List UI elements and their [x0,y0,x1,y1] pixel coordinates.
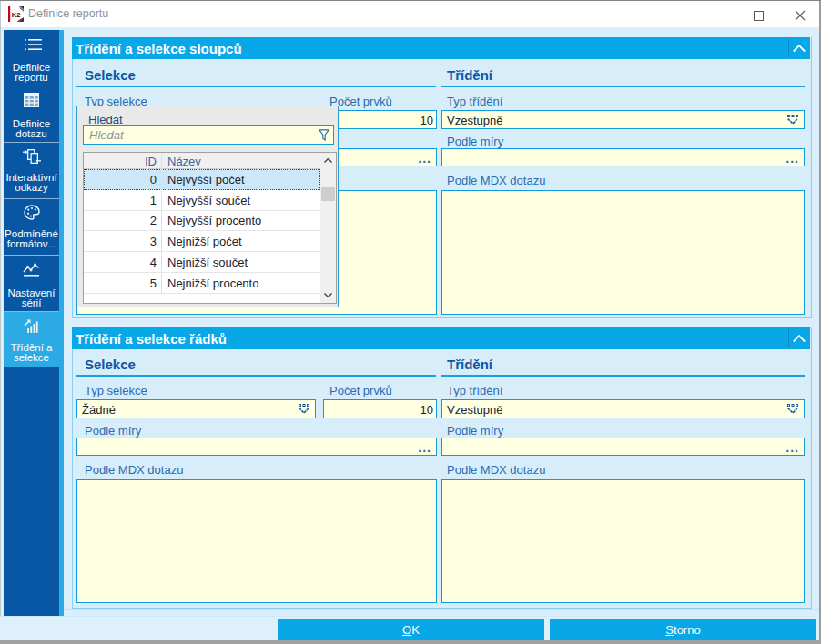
svg-text:K2: K2 [12,11,21,19]
